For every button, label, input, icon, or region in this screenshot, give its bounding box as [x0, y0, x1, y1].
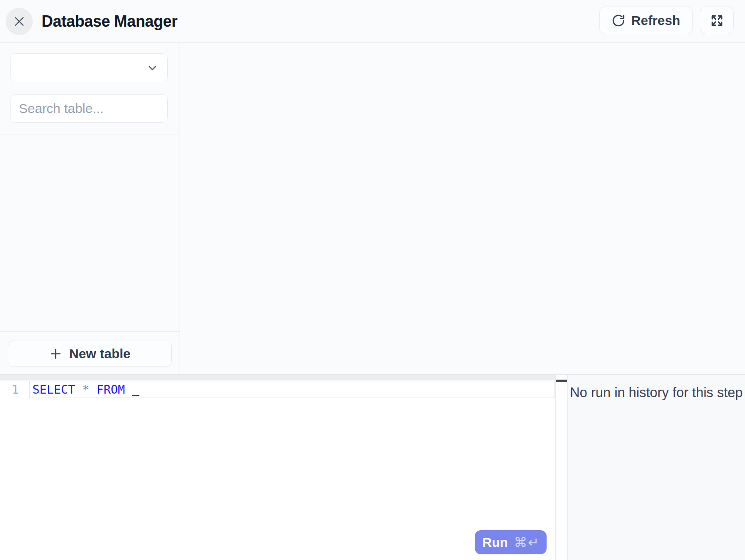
sql-star: *: [82, 383, 89, 396]
refresh-label: Refresh: [631, 13, 680, 28]
history-empty-message: No run in history for this step: [568, 385, 745, 401]
main-canvas: [180, 43, 745, 374]
sidebar-controls: [0, 43, 180, 134]
header-actions: Refresh: [599, 7, 734, 34]
expand-icon: [710, 14, 724, 28]
editor-top-strip: [0, 375, 555, 380]
search-wrap: [11, 94, 167, 123]
table-list: [0, 134, 180, 331]
chevron-down-icon: [146, 62, 159, 74]
sql-keyword-from: FROM: [96, 383, 125, 396]
new-table-label: New table: [69, 346, 131, 361]
return-key-icon: ↵: [528, 535, 539, 550]
run-history-panel: No run in history for this step: [568, 375, 745, 560]
sidebar-footer: New table: [0, 331, 180, 374]
command-key-icon: ⌘: [514, 535, 527, 550]
run-button[interactable]: Run ⌘↵: [475, 530, 547, 554]
line-number: 1: [0, 381, 29, 398]
header: Database Manager Refresh: [0, 0, 745, 43]
plus-icon: [49, 347, 62, 360]
search-table-input[interactable]: [11, 94, 168, 123]
new-table-button[interactable]: New table: [8, 341, 172, 367]
text-cursor: _: [132, 383, 139, 396]
sidebar: New table: [0, 43, 180, 374]
sql-keyword-select: SELECT: [32, 383, 75, 396]
panel-resizer[interactable]: [555, 375, 568, 560]
sql-editor[interactable]: 1 SELECT * FROM _ Run ⌘↵: [0, 375, 555, 560]
page-title: Database Manager: [42, 12, 177, 31]
resizer-grip-icon: [556, 380, 567, 382]
sql-code-line[interactable]: SELECT * FROM _: [29, 381, 555, 398]
close-icon: [13, 15, 26, 28]
refresh-button[interactable]: Refresh: [599, 7, 693, 34]
database-select[interactable]: [11, 53, 168, 82]
run-shortcut: ⌘↵: [514, 535, 539, 550]
close-button[interactable]: [6, 8, 33, 35]
refresh-icon: [612, 14, 625, 27]
expand-button[interactable]: [700, 7, 734, 34]
run-label: Run: [482, 535, 508, 550]
bottom-section: 1 SELECT * FROM _ Run ⌘↵ No run in histo…: [0, 374, 745, 560]
